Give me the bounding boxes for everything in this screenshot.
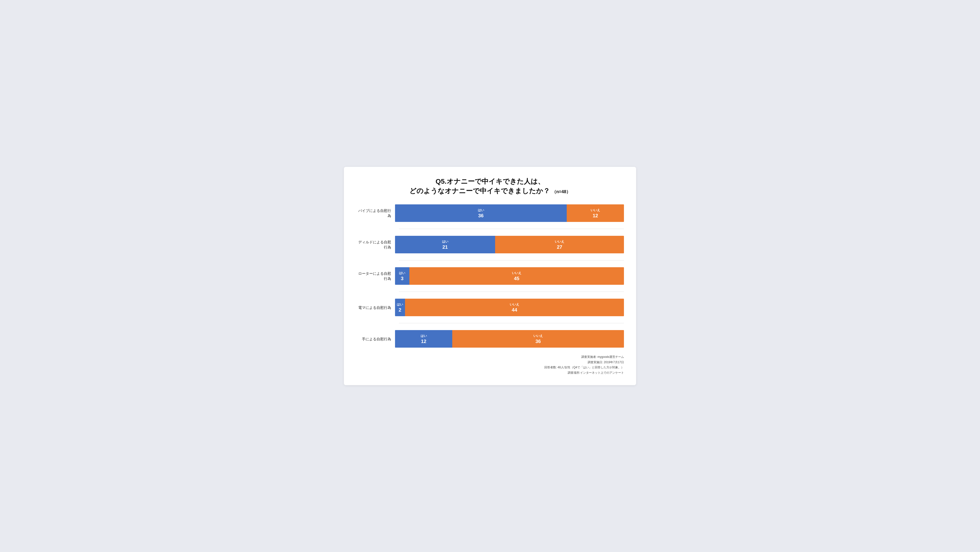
footer-line2: 調査実施日: 2019年7月17日: [356, 360, 624, 365]
bar-container: はい 21 いいえ 27: [395, 236, 624, 253]
no-value: 12: [593, 213, 598, 218]
yes-value: 36: [478, 213, 484, 218]
bar-yes: はい 2: [395, 299, 405, 316]
row-label: ディルドによる自慰行為: [356, 239, 395, 250]
bar-yes: はい 3: [395, 267, 409, 285]
row-label: 電マによる自慰行為: [356, 305, 395, 310]
chart-card: Q5.オナニーで中イキできた人は、 どのようなオナニーで中イキできましたか？ （…: [344, 167, 636, 385]
yes-label: はい: [478, 208, 484, 212]
no-label: いいえ: [555, 239, 564, 244]
yes-value: 2: [399, 307, 401, 313]
chart-title: Q5.オナニーで中イキできた人は、 どのようなオナニーで中イキできましたか？ （…: [356, 177, 624, 196]
row-label: ローターによる自慰行為: [356, 271, 395, 281]
footer-line3: 回答者数: 48人/女性（Q4で「はい」と回答した方が対象。）: [356, 365, 624, 370]
bar-no: いいえ 36: [452, 330, 624, 348]
bar-no: いいえ 45: [409, 267, 624, 285]
bar-yes: はい 21: [395, 236, 495, 253]
row-label: 手による自慰行為: [356, 336, 395, 342]
bar-no: いいえ 44: [405, 299, 624, 316]
bar-yes: はい 36: [395, 204, 567, 222]
yes-value: 3: [401, 276, 404, 282]
bar-container: はい 2 いいえ 44: [395, 299, 624, 316]
yes-label: はい: [421, 334, 427, 338]
title-line2: どのようなオナニーで中イキできましたか？: [409, 187, 550, 195]
footer-line4: 調査場所:インターネット上でのアンケート: [356, 370, 624, 375]
bar-container: はい 36 いいえ 12: [395, 204, 624, 222]
no-value: 44: [512, 307, 517, 313]
title-sample: （n=48）: [552, 189, 571, 194]
bar-no: いいえ 27: [495, 236, 624, 253]
chart-row: 電マによる自慰行為 はい 2 いいえ 44: [356, 299, 624, 316]
footer-info: 調査実施者: mygoods運営チーム 調査実施日: 2019年7月17日 回答…: [356, 355, 624, 375]
yes-value: 21: [442, 244, 448, 250]
row-label: バイブによる自慰行為: [356, 208, 395, 218]
chart-row: 手による自慰行為 はい 12 いいえ 36: [356, 330, 624, 348]
no-label: いいえ: [533, 334, 543, 338]
bar-container: はい 12 いいえ 36: [395, 330, 624, 348]
yes-label: はい: [399, 271, 405, 275]
yes-value: 12: [421, 339, 426, 344]
no-label: いいえ: [590, 208, 600, 212]
title-line1: Q5.オナニーで中イキできた人は、: [436, 178, 544, 185]
no-label: いいえ: [512, 271, 522, 275]
bar-no: いいえ 12: [567, 204, 624, 222]
bar-yes: はい 12: [395, 330, 452, 348]
yes-label: はい: [442, 239, 449, 244]
footer-line1: 調査実施者: mygoods運営チーム: [356, 355, 624, 360]
chart-row: ローターによる自慰行為 はい 3 いいえ 45: [356, 267, 624, 285]
no-value: 27: [557, 244, 562, 250]
bar-container: はい 3 いいえ 45: [395, 267, 624, 285]
chart-area: バイブによる自慰行為 はい 36 いいえ 12 ディルドによる自慰行為 はい 2…: [356, 204, 624, 348]
chart-row: バイブによる自慰行為 はい 36 いいえ 12: [356, 204, 624, 222]
yes-label: はい: [397, 302, 403, 307]
no-value: 45: [514, 276, 519, 282]
no-label: いいえ: [510, 302, 519, 307]
no-value: 36: [535, 339, 541, 344]
chart-row: ディルドによる自慰行為 はい 21 いいえ 27: [356, 236, 624, 253]
